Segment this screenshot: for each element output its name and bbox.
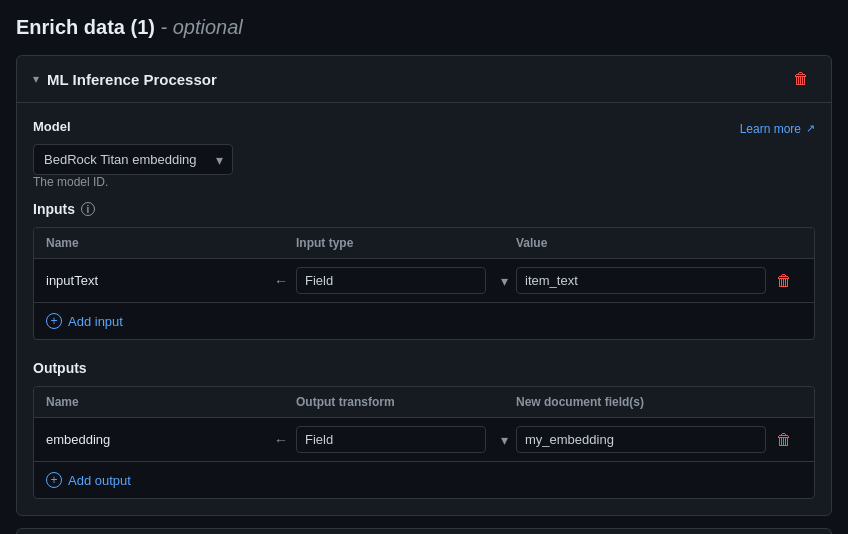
inputs-col-input-type: Input type [296,236,516,250]
delete-processor-button[interactable]: 🗑 [787,68,815,90]
outputs-table-header: Name Output transform New document field… [34,387,814,418]
card-header-left: ▾ ML Inference Processor [33,71,217,88]
input-row-0-type-wrapper: Field Static value [296,267,516,294]
input-row-0-arrow-icon: ← [266,273,296,289]
input-row-0-name: inputText [46,273,266,288]
add-output-button[interactable]: + Add output [46,472,131,488]
delete-output-row-0-button[interactable]: 🗑 [766,429,802,451]
outputs-col-name: Name [46,395,266,409]
table-row: embedding ← Field Array 🗑 [34,418,814,462]
page-title: Enrich data (1) - optional [16,16,832,39]
add-output-plus-icon: + [46,472,62,488]
card-header: ▾ ML Inference Processor 🗑 [17,56,831,103]
add-output-label: Add output [68,473,131,488]
model-select[interactable]: BedRock Titan embedding model Other mode… [33,144,233,175]
inputs-col-arrow-spacer [266,236,296,250]
output-row-0-transform-select[interactable]: Field Array [296,426,486,453]
add-input-button[interactable]: + Add input [46,313,123,329]
learn-more-text: Learn more [740,122,801,136]
page-title-optional: - optional [160,16,242,38]
inputs-col-name: Name [46,236,266,250]
output-row-0-field-input[interactable] [516,426,766,453]
add-input-label: Add input [68,314,123,329]
processor-title: ML Inference Processor [47,71,217,88]
inputs-table-header: Name Input type Value [34,228,814,259]
model-hint-text: The model ID. [33,175,815,189]
input-row-0-value-field[interactable] [516,267,766,294]
model-label-row: Model Learn more ↗ [33,119,815,138]
add-output-row: + Add output [34,462,814,498]
add-input-plus-icon: + [46,313,62,329]
page-title-text: Enrich data (1) [16,16,155,38]
output-row-0-transform-wrapper: Field Array [296,426,516,453]
outputs-col-arrow-spacer [266,395,296,409]
outputs-col-transform: Output transform [296,395,516,409]
outputs-col-actions-spacer [766,395,802,409]
model-select-wrapper: BedRock Titan embedding model Other mode… [33,144,233,175]
outputs-section: Outputs Name Output transform New docume… [33,360,815,499]
inputs-label-text: Inputs [33,201,75,217]
outputs-label: Outputs [33,360,815,376]
table-row: inputText ← Field Static value 🗑 [34,259,814,303]
model-label: Model [33,119,71,134]
learn-more-link[interactable]: Learn more ↗ [740,122,815,136]
inputs-col-actions-spacer [766,236,802,250]
external-link-icon: ↗ [806,122,815,135]
inputs-table: Name Input type Value inputText ← Field … [33,227,815,340]
outputs-table: Name Output transform New document field… [33,386,815,499]
output-row-0-name: embedding [46,432,266,447]
collapse-chevron-icon[interactable]: ▾ [33,72,39,86]
inputs-info-icon[interactable]: i [81,202,95,216]
delete-input-row-0-button[interactable]: 🗑 [766,270,802,292]
add-input-row: + Add input [34,303,814,339]
advanced-settings-card[interactable]: › Advanced settings [16,528,832,534]
inputs-section-label: Inputs i [33,201,815,217]
input-row-0-type-select[interactable]: Field Static value [296,267,486,294]
card-body: Model Learn more ↗ BedRock Titan embeddi… [17,103,831,515]
output-row-0-arrow-icon: ← [266,432,296,448]
outputs-col-new-fields: New document field(s) [516,395,766,409]
ml-inference-processor-card: ▾ ML Inference Processor 🗑 Model Learn m… [16,55,832,516]
inputs-col-value: Value [516,236,766,250]
